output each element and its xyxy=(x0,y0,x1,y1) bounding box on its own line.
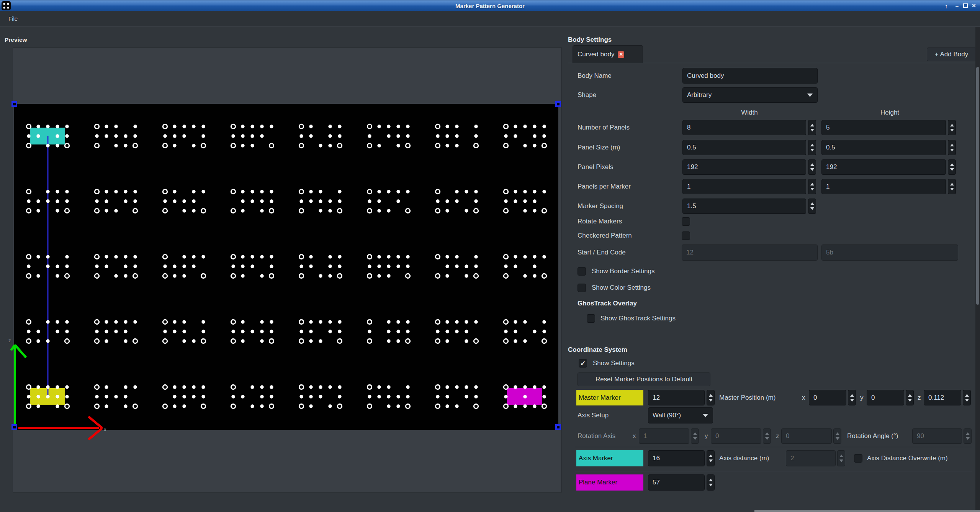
panel-size-height-stepper[interactable] xyxy=(948,140,956,155)
shade-window-icon[interactable]: ↑ xyxy=(942,0,951,11)
marker-dot xyxy=(95,199,98,203)
marker-dot xyxy=(387,264,390,268)
marker-dot xyxy=(514,199,517,203)
add-body-button[interactable]: + Add Body xyxy=(927,48,976,61)
panels-per-marker-height-input[interactable]: 1 xyxy=(821,179,946,194)
marker-pattern-canvas[interactable]: zx xyxy=(8,48,562,492)
rotation-z-stepper[interactable] xyxy=(833,428,841,444)
marker-dot xyxy=(231,134,235,138)
marker-dot xyxy=(309,264,312,268)
menu-file[interactable]: File xyxy=(5,11,21,26)
master-x-stepper[interactable] xyxy=(848,390,856,405)
master-y-input[interactable]: 0 xyxy=(867,390,904,405)
panel-pixels-width-input[interactable]: 192 xyxy=(682,159,806,175)
rotation-angle-input[interactable]: 90 xyxy=(912,428,962,444)
marker-dot xyxy=(270,199,273,203)
end-code-input[interactable]: 5b xyxy=(821,245,958,261)
rotation-y-input[interactable]: 0 xyxy=(711,428,761,444)
marker-dot xyxy=(445,330,449,333)
number-of-panels-width-input[interactable]: 8 xyxy=(682,120,806,135)
marker-dot xyxy=(241,264,244,268)
tab-curved-body[interactable]: Curved body ✕ xyxy=(573,45,643,63)
panels-per-marker-width-stepper[interactable] xyxy=(808,179,816,194)
marker-dot xyxy=(309,395,312,398)
axis-setup-dropdown[interactable]: Wall (90°) xyxy=(648,407,713,423)
marker-dot xyxy=(192,125,195,128)
marker-dot xyxy=(36,385,40,389)
rotation-angle-stepper[interactable] xyxy=(964,428,972,444)
checkered-pattern-checkbox[interactable] xyxy=(682,231,690,240)
canvas-resize-handle-top-left[interactable] xyxy=(11,101,17,107)
tab-close-icon[interactable]: ✕ xyxy=(618,51,624,58)
panel-size-width-stepper[interactable] xyxy=(808,140,816,155)
rotation-x-input[interactable]: 1 xyxy=(639,428,689,444)
axis-marker-id-input[interactable]: 16 xyxy=(648,450,705,466)
coord-show-settings-checkbox[interactable]: ✓ xyxy=(579,359,587,368)
marker-dot xyxy=(56,395,59,398)
axis-distance-stepper[interactable] xyxy=(837,450,845,466)
marker-dot xyxy=(328,199,332,203)
start-code-input[interactable]: 12 xyxy=(682,245,818,261)
master-z-input[interactable]: 0.112 xyxy=(924,390,961,405)
panel-pixels-height-stepper[interactable] xyxy=(948,159,956,175)
marker-dot xyxy=(241,274,244,277)
marker-dot xyxy=(27,395,30,398)
marker-dot xyxy=(201,190,205,193)
close-icon[interactable]: × xyxy=(970,0,978,11)
master-x-input[interactable]: 0 xyxy=(809,390,846,405)
scrollbar-handle[interactable] xyxy=(976,67,979,305)
marker-dot xyxy=(455,264,458,268)
marker-dot xyxy=(514,264,517,268)
plane-marker-id-input[interactable]: 57 xyxy=(648,474,705,491)
axis-distance-overwrite-checkbox[interactable] xyxy=(854,454,862,463)
panels-per-marker-height-stepper[interactable] xyxy=(948,179,956,194)
marker-dot xyxy=(514,134,517,138)
marker-dot xyxy=(387,330,390,333)
minimize-icon[interactable]: – xyxy=(953,0,961,11)
shape-dropdown[interactable]: Arbitrary xyxy=(682,87,818,103)
master-marker-id-stepper[interactable] xyxy=(707,390,715,405)
body-name-input[interactable]: Curved body xyxy=(682,68,818,84)
panel-pixels-width-stepper[interactable] xyxy=(808,159,816,175)
panels-per-marker-width-input[interactable]: 1 xyxy=(682,179,806,194)
master-z-stepper[interactable] xyxy=(963,390,971,405)
marker-dot xyxy=(124,320,127,323)
marker-dot xyxy=(396,404,400,408)
reset-marker-positions-button[interactable]: Reset Marker Positions to Default xyxy=(578,373,710,386)
number-of-panels-height-input[interactable]: 5 xyxy=(821,120,946,135)
marker-dot xyxy=(328,330,332,333)
show-ghostrack-settings-checkbox[interactable] xyxy=(587,314,595,323)
rotation-x-stepper[interactable] xyxy=(691,428,699,444)
marker-dot xyxy=(95,264,98,268)
axis-distance-input[interactable]: 2 xyxy=(786,450,836,466)
canvas-resize-handle-top-right[interactable] xyxy=(555,101,561,107)
marker-dot xyxy=(260,330,263,333)
marker-dot xyxy=(173,330,176,333)
marker-spacing-stepper[interactable] xyxy=(808,199,816,214)
number-of-panels-height-stepper[interactable] xyxy=(948,120,956,135)
master-marker-id-input[interactable]: 12 xyxy=(648,390,705,405)
canvas-resize-handle-bottom-left[interactable] xyxy=(11,424,17,430)
master-y-stepper[interactable] xyxy=(906,390,914,405)
maximize-icon[interactable] xyxy=(961,0,970,11)
marker-dot xyxy=(105,199,108,203)
marker-dot xyxy=(46,199,49,203)
panel-pixels-height-input[interactable]: 192 xyxy=(821,159,946,175)
panel-size-width-input[interactable]: 0.5 xyxy=(682,140,806,155)
show-border-settings-checkbox[interactable] xyxy=(578,267,586,276)
marker-dot xyxy=(173,274,176,277)
axis-marker-id-stepper[interactable] xyxy=(707,450,715,466)
number-of-panels-width-stepper[interactable] xyxy=(808,120,816,135)
rotation-y-stepper[interactable] xyxy=(763,428,771,444)
plane-marker-id-stepper[interactable] xyxy=(707,474,715,491)
marker-dot xyxy=(455,404,458,408)
rotate-markers-checkbox[interactable] xyxy=(682,217,690,226)
rotation-z-input[interactable]: 0 xyxy=(781,428,832,444)
marker-dot xyxy=(192,339,195,343)
show-color-settings-checkbox[interactable] xyxy=(578,284,586,292)
marker-spacing-input[interactable]: 1.5 xyxy=(682,199,806,214)
marker-dot xyxy=(36,404,40,408)
title-bar[interactable]: Marker Pattern Generator ↑ – × xyxy=(0,0,980,11)
panel-size-height-input[interactable]: 0.5 xyxy=(821,140,946,155)
canvas-resize-handle-bottom-right[interactable] xyxy=(555,424,561,430)
